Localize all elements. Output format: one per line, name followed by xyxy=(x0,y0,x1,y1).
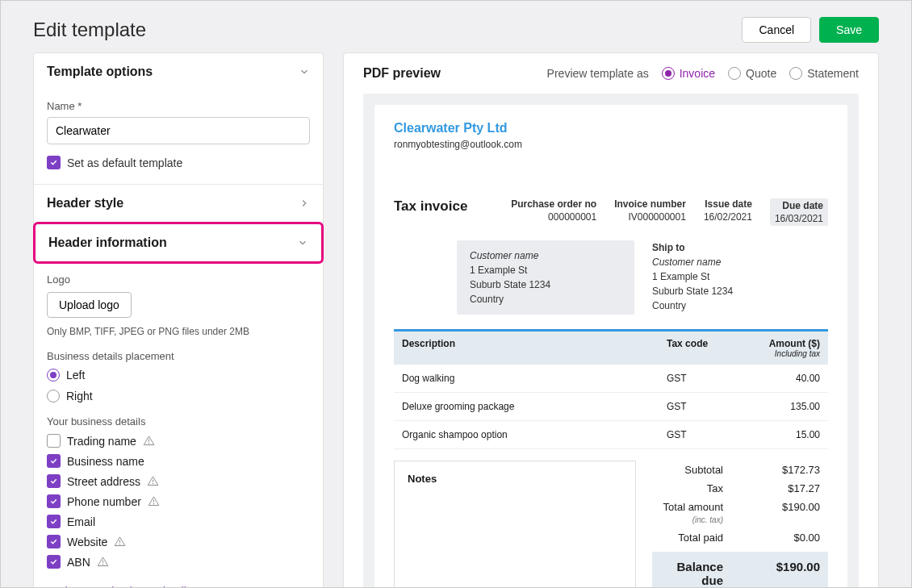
details-label: Your business details xyxy=(47,415,310,427)
svg-point-5 xyxy=(153,503,154,504)
logo-label: Logo xyxy=(47,273,310,286)
table-row: Organic shampoo optionGST15.00 xyxy=(394,421,828,449)
preview-title: PDF preview xyxy=(363,66,441,81)
checkbox-checked-icon xyxy=(47,454,61,468)
radio-checked-icon xyxy=(47,369,60,382)
po-label: Purchase order no xyxy=(511,198,596,210)
invoice-title: Tax invoice xyxy=(394,198,467,215)
warning-icon xyxy=(97,556,109,568)
business-name-checkbox[interactable]: Business name xyxy=(47,454,310,468)
po-value: 000000001 xyxy=(511,211,596,223)
set-default-label: Set as default template xyxy=(67,156,182,169)
cancel-button[interactable]: Cancel xyxy=(742,17,811,43)
section-template-options[interactable]: Template options xyxy=(34,53,323,90)
issue-date-label: Issue date xyxy=(704,198,752,210)
set-default-row[interactable]: Set as default template xyxy=(47,156,310,169)
radio-checked-icon xyxy=(662,67,675,80)
warning-icon xyxy=(148,495,160,507)
abn-checkbox[interactable]: ABN xyxy=(47,555,310,569)
section-label: Header style xyxy=(47,196,123,211)
website-checkbox[interactable]: Website xyxy=(47,535,310,548)
trading-name-checkbox[interactable]: Trading name xyxy=(47,434,310,448)
checkbox-checked-icon xyxy=(47,474,61,488)
checkbox-checked-icon xyxy=(47,535,61,548)
table-row: Dog walkingGST40.00 xyxy=(394,365,828,393)
svg-point-1 xyxy=(149,443,149,444)
section-label: Template options xyxy=(47,65,153,79)
bill-to-address: Customer name 1 Example St Suburb State … xyxy=(457,240,634,315)
radio-unchecked-icon xyxy=(47,390,60,402)
checkbox-checked-icon xyxy=(47,156,61,169)
section-header-info[interactable]: Header information xyxy=(36,224,321,261)
placement-right-radio[interactable]: Right xyxy=(47,390,310,402)
checkbox-checked-icon xyxy=(47,494,61,508)
save-button[interactable]: Save xyxy=(819,17,879,43)
email-checkbox[interactable]: Email xyxy=(47,515,310,528)
chevron-down-icon xyxy=(299,66,310,77)
balance-due-label: Balance due xyxy=(660,560,747,587)
checkbox-empty-icon xyxy=(47,434,61,448)
sidebar: Template options Name * Set as default t… xyxy=(33,52,324,588)
upload-hint: Only BMP, TIFF, JPEG or PNG files under … xyxy=(47,326,310,337)
due-date-label: Due date xyxy=(775,200,823,211)
radio-unchecked-icon xyxy=(789,67,802,80)
checkbox-checked-icon xyxy=(47,555,61,569)
balance-due-value: $190.00 xyxy=(747,560,820,587)
preview-as-invoice-radio[interactable]: Invoice xyxy=(662,67,715,80)
name-label: Name * xyxy=(47,100,310,112)
warning-icon xyxy=(143,435,155,447)
preview-as-statement-radio[interactable]: Statement xyxy=(789,67,859,80)
checkbox-checked-icon xyxy=(47,515,61,528)
page-title: Edit template xyxy=(33,19,146,41)
company-email: ronmyobtesting@outlook.com xyxy=(394,139,828,150)
preview-pane: PDF preview Preview template as Invoice … xyxy=(343,52,879,588)
ship-to-address: Ship to Customer name 1 Example St Subur… xyxy=(649,240,828,315)
placement-label: Business details placement xyxy=(47,350,310,362)
invoice-number-value: IV000000001 xyxy=(614,211,686,223)
preview-as-label: Preview template as xyxy=(547,67,649,80)
warning-icon xyxy=(114,536,126,548)
chevron-right-icon xyxy=(299,198,310,209)
svg-point-3 xyxy=(153,483,153,484)
radio-unchecked-icon xyxy=(728,67,741,80)
upload-logo-button[interactable]: Upload logo xyxy=(47,292,132,318)
section-label: Header information xyxy=(48,236,167,250)
company-name: Clearwater Pty Ltd xyxy=(394,121,828,136)
table-header: Description Tax code Amount ($)Including… xyxy=(394,329,828,365)
notes-box: Notes xyxy=(394,461,636,588)
section-header-style[interactable]: Header style xyxy=(34,184,323,222)
svg-point-9 xyxy=(102,564,103,565)
phone-number-checkbox[interactable]: Phone number xyxy=(47,494,310,508)
warning-icon xyxy=(147,475,159,487)
svg-point-7 xyxy=(119,544,120,544)
due-date-value: 16/03/2021 xyxy=(775,213,823,224)
placement-left-radio[interactable]: Left xyxy=(47,369,310,382)
street-address-checkbox[interactable]: Street address xyxy=(47,474,310,488)
table-row: Deluxe grooming packageGST135.00 xyxy=(394,393,828,421)
preview-as-quote-radio[interactable]: Quote xyxy=(728,67,776,80)
name-input[interactable] xyxy=(47,117,310,144)
totals: Subtotal$172.73 Tax$17.27 Total amount (… xyxy=(652,461,828,588)
update-business-details-link[interactable]: Update your business details xyxy=(47,585,192,588)
issue-date-value: 16/02/2021 xyxy=(704,211,752,223)
invoice-number-label: Invoice number xyxy=(614,198,686,210)
chevron-down-icon xyxy=(297,237,308,248)
